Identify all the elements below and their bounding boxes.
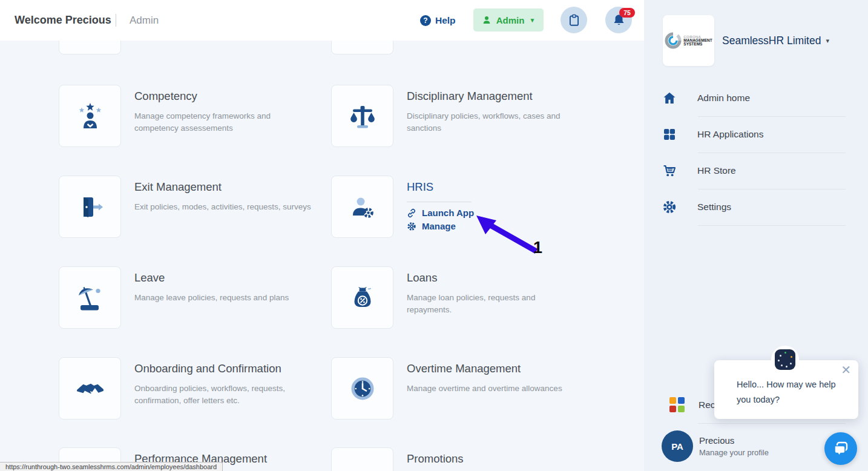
app-card-exit[interactable]: Exit Management Exit policies, modes, ac… <box>59 176 325 242</box>
person-icon <box>482 15 492 25</box>
app-title: Exit Management <box>134 180 311 194</box>
app-title: Overtime Management <box>407 362 562 375</box>
sidebar-item-label: Settings <box>697 202 731 212</box>
competency-icon <box>59 85 121 147</box>
app-card-onboarding[interactable]: Onboarding and Confirmation Onboarding p… <box>59 357 325 424</box>
breadcrumb: Admin <box>130 0 159 41</box>
app-card-competency[interactable]: Competency Manage competency frameworks … <box>59 85 325 151</box>
launch-app-label: Launch App <box>422 208 474 218</box>
sidebar-item-recruitment-partial[interactable]: Rec <box>669 397 715 412</box>
app-card-hris[interactable]: HRIS Launch App Manage <box>331 176 597 242</box>
sidebar-item-hr-store[interactable]: HR Store <box>662 159 850 183</box>
chat-bubble-icon <box>832 440 849 457</box>
home-icon <box>662 91 677 105</box>
app-tile-partial <box>59 41 121 54</box>
grid-icon <box>662 127 677 142</box>
sidebar-item-label: Admin home <box>697 93 750 104</box>
app-description: Manage loan policies, requests and repay… <box>407 292 561 315</box>
app-card-disciplinary[interactable]: Disciplinary Management Disciplinary pol… <box>331 85 597 151</box>
gear-icon <box>407 222 416 231</box>
promotion-icon <box>331 447 393 471</box>
app-card-loans[interactable]: Loans Manage loan policies, requests and… <box>331 266 597 333</box>
app-description: Manage overtime and overtime allowances <box>407 383 562 395</box>
chat-greeting: Hello... How may we help you today? <box>737 377 849 407</box>
chat-launcher-button[interactable] <box>824 432 857 465</box>
app-tile-partial <box>331 41 393 54</box>
app-title: Disciplinary Management <box>407 90 588 103</box>
sidebar-divider <box>698 225 846 226</box>
profile-subtitle: Manage your profile <box>699 448 769 457</box>
chat-popup: ✕ Hello... How may we help you today? <box>714 360 858 419</box>
sidebar-item-settings[interactable]: Settings <box>662 195 850 219</box>
sidebar-item-admin-home[interactable]: Admin home <box>662 86 850 110</box>
gear-icon <box>662 200 677 214</box>
notification-count-badge: 75 <box>619 8 635 18</box>
person-gear-icon <box>331 176 393 238</box>
clipboard-icon <box>568 14 580 27</box>
app-description: Manage leave policies, requests and plan… <box>134 292 289 304</box>
tasks-clipboard-button[interactable] <box>561 7 587 33</box>
sidebar-divider <box>698 423 846 424</box>
help-icon: ? <box>420 15 431 26</box>
app-description: Onboarding policies, workflows, requests… <box>134 383 316 406</box>
help-label: Help <box>435 15 456 26</box>
colorful-grid-icon <box>669 397 685 412</box>
chatbot-avatar-icon <box>771 346 799 374</box>
sidebar-item-label: HR Store <box>697 165 736 176</box>
sidebar-divider <box>698 153 846 153</box>
welcome-text: Welcome Precious <box>15 0 111 41</box>
money-bag-icon <box>331 266 393 329</box>
apps-grid: Competency Manage competency frameworks … <box>0 41 644 471</box>
app-title: Loans <box>407 271 561 285</box>
app-title: Leave <box>134 271 289 285</box>
app-title: HRIS <box>407 180 474 194</box>
app-description: Disciplinary policies, workflows, cases … <box>407 110 588 134</box>
scales-icon <box>331 85 393 147</box>
launch-app-link[interactable]: Launch App <box>407 208 474 218</box>
manage-link[interactable]: Manage <box>407 221 474 231</box>
sidebar-divider <box>698 189 846 189</box>
app-description: Exit policies, modes, activities, reques… <box>134 201 311 213</box>
help-button[interactable]: ? Help <box>420 0 456 41</box>
logo-text-line3: SYSTEMS <box>683 42 712 46</box>
sidebar-item-label: Rec <box>699 400 715 410</box>
link-icon <box>407 208 416 218</box>
avatar: PA <box>662 430 693 462</box>
app-card-leave[interactable]: Leave Manage leave policies, requests an… <box>59 266 325 333</box>
hris-divider <box>407 202 472 202</box>
app-title: Promotions <box>407 452 464 466</box>
header-divider <box>116 14 116 27</box>
app-card-promotions[interactable]: Promotions <box>331 447 597 471</box>
cart-icon <box>662 163 677 178</box>
clock-icon <box>331 357 393 420</box>
sidebar-item-hr-applications[interactable]: HR Applications <box>662 122 850 147</box>
admin-dropdown-button[interactable]: Admin ▼ <box>473 8 544 31</box>
chevron-down-icon: ▾ <box>826 37 829 45</box>
sidebar-item-label: HR Applications <box>697 129 763 140</box>
company-name: SeamlessHR Limited <box>722 35 821 47</box>
profile-name: Precious <box>699 435 769 446</box>
admin-dropdown-label: Admin <box>496 15 525 25</box>
chevron-down-icon: ▼ <box>529 17 535 24</box>
close-icon[interactable]: ✕ <box>841 364 851 376</box>
app-card-overtime[interactable]: Overtime Management Manage overtime and … <box>331 357 597 424</box>
company-logo: CORONA MANAGEMENT SYSTEMS <box>663 15 714 66</box>
profile-section[interactable]: PA Precious Manage your profile <box>662 430 769 462</box>
sidebar-divider <box>698 116 846 117</box>
beach-umbrella-icon <box>59 266 121 329</box>
corona-logo-icon <box>665 32 682 49</box>
app-title: Onboarding and Confirmation <box>134 362 316 375</box>
top-header: Welcome Precious Admin ? Help Admin ▼ <box>0 0 644 41</box>
app-title: Competency <box>134 90 280 103</box>
browser-status-url: https://runthrough-two.seamlesshrms.com/… <box>0 462 223 471</box>
company-switcher[interactable]: SeamlessHR Limited ▾ <box>722 35 829 47</box>
app-description: Manage competency frameworks and compete… <box>134 110 280 134</box>
handshake-icon <box>59 357 121 420</box>
manage-label: Manage <box>422 221 456 231</box>
exit-door-icon <box>59 176 121 238</box>
